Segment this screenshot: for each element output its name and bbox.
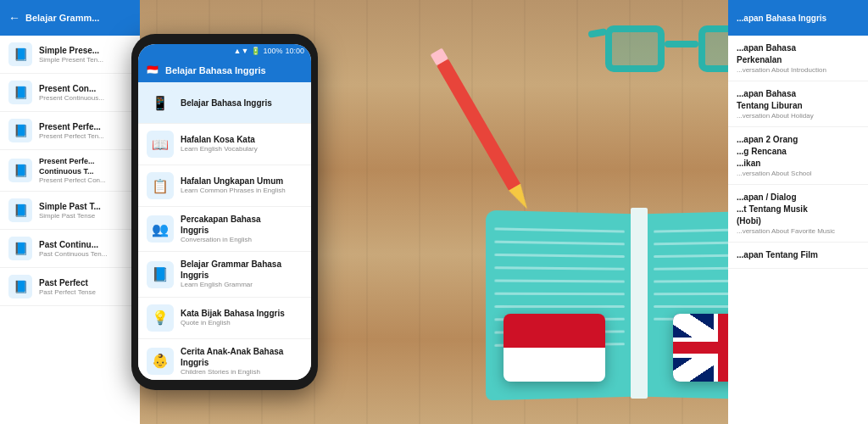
right-panel-header: ...apan Bahasa Inggris	[728, 0, 868, 36]
flag-id-red	[504, 314, 605, 348]
item-sub-5: Simple Past Tense	[39, 212, 101, 220]
right-panel: ...apan Bahasa Inggris ...apan BahasaPer…	[728, 0, 868, 424]
menu-title-5: Belajar Grammar BahasaInggris	[181, 259, 303, 281]
right-item-1[interactable]: ...apan BahasaPerkenalan ...versation Ab…	[728, 36, 868, 81]
item-title-3: Present Perfe...	[39, 121, 104, 132]
item-icon-1: 📘	[8, 42, 32, 66]
menu-sub-2: Learn English Vocabulary	[181, 145, 303, 153]
item-icon-5: 📘	[8, 198, 32, 222]
left-panel-title: Belajar Gramm...	[25, 13, 99, 23]
right-item-sub-2: ...versation About Holiday	[737, 112, 814, 120]
item-sub-7: Past Perfect Tense	[39, 288, 96, 296]
right-item-sub-4: ...versation About Favorite Music	[737, 227, 835, 235]
item-icon-7: 📘	[8, 275, 32, 298]
left-item-6[interactable]: 📘 Past Continu... Past Continuous Ten...	[0, 230, 140, 268]
time-display: 10:00	[285, 47, 304, 55]
item-title-2: Present Con...	[39, 83, 104, 94]
back-arrow-icon[interactable]: ←	[8, 11, 20, 25]
menu-title-6: Kata Bijak Bahasa Inggris	[181, 308, 303, 319]
pencil-body	[437, 59, 520, 190]
item-title-4: Present Perfe...Continuous T...	[39, 157, 106, 176]
left-panel: ← Belajar Gramm... 📘 Simple Prese... Sim…	[0, 0, 140, 424]
item-title-7: Past Perfect	[39, 277, 96, 288]
menu-icon-3: 📋	[147, 172, 174, 199]
battery-level: 100%	[263, 47, 282, 55]
phone-menu-list: 📱 Belajar Bahasa Inggris 📖 Hafalan Kosa …	[138, 82, 311, 380]
menu-title-4: Percakapan BahasaInggris	[181, 214, 303, 236]
menu-icon-2: 📖	[147, 131, 174, 158]
menu-icon-5: 📘	[147, 261, 174, 288]
right-item-title-4: ...apan / Dialog...t Tentang Musik(Hobi)	[737, 192, 835, 227]
phone-body: ▲▼ 🔋 100% 10:00 🇮🇩 Belajar Bahasa Inggri…	[131, 34, 318, 390]
pencil-decoration	[437, 59, 533, 212]
battery-icon: 🔋	[251, 47, 260, 55]
menu-sub-3: Learn Common Phrases in English	[181, 187, 303, 195]
phone-mockup: ▲▼ 🔋 100% 10:00 🇮🇩 Belajar Bahasa Inggri…	[131, 0, 318, 424]
item-sub-2: Present Continuous...	[39, 94, 104, 102]
item-icon-2: 📘	[8, 81, 32, 104]
phone-menu-item-7[interactable]: 👶 Cerita Anak-Anak BahasaInggris Childre…	[138, 339, 311, 380]
right-item-title-3: ...apan 2 Orang...g Rencana...ikan	[737, 134, 812, 170]
glasses-bridge	[665, 41, 698, 47]
right-item-3[interactable]: ...apan 2 Orang...g Rencana...ikan ...ve…	[728, 127, 868, 185]
right-item-2[interactable]: ...apan BahasaTentang Liburan ...versati…	[728, 81, 868, 127]
left-item-2[interactable]: 📘 Present Con... Present Continuous...	[0, 74, 140, 112]
item-title-5: Simple Past T...	[39, 201, 101, 212]
flag-indonesia	[504, 314, 605, 382]
right-item-sub-1: ...versation About Introduction	[737, 66, 826, 74]
menu-title-7: Cerita Anak-Anak BahasaInggris	[181, 346, 303, 368]
menu-title-3: Hafalan Ungkapan Umum	[181, 176, 303, 187]
glasses-lens-left	[605, 25, 665, 72]
flag-id-white	[504, 348, 605, 382]
item-sub-6: Past Continuous Ten...	[39, 250, 107, 258]
left-item-3[interactable]: 📘 Present Perfe... Present Perfect Ten..…	[0, 112, 140, 150]
menu-icon-4: 👥	[147, 215, 174, 243]
menu-sub-5: Learn English Grammar	[181, 281, 303, 289]
item-icon-6: 📘	[8, 237, 32, 260]
menu-title-2: Hafalan Kosa Kata	[181, 134, 303, 145]
phone-menu-item-2[interactable]: 📖 Hafalan Kosa Kata Learn English Vocabu…	[138, 124, 311, 165]
right-item-title-2: ...apan BahasaTentang Liburan	[737, 88, 814, 112]
right-item-5[interactable]: ...apan Tentang Film	[728, 243, 868, 269]
left-panel-header: ← Belajar Gramm...	[0, 0, 140, 36]
phone-menu-item-6[interactable]: 💡 Kata Bijak Bahasa Inggris Quote in Eng…	[138, 298, 311, 339]
phone-menu-item-1[interactable]: 📱 Belajar Bahasa Inggris	[138, 82, 311, 124]
left-item-1[interactable]: 📘 Simple Prese... Simple Present Ten...	[0, 36, 140, 74]
right-item-title-5: ...apan Tentang Film	[737, 249, 818, 261]
item-title-1: Simple Prese...	[39, 45, 103, 56]
item-sub-3: Present Perfect Ten...	[39, 132, 104, 140]
item-icon-3: 📘	[8, 119, 32, 142]
right-panel-title: ...apan Bahasa Inggris	[737, 14, 826, 23]
phone-menu-item-5[interactable]: 📘 Belajar Grammar BahasaInggris Learn En…	[138, 252, 311, 297]
app-bar-flag: 🇮🇩	[147, 64, 159, 75]
right-item-title-1: ...apan BahasaPerkenalan	[737, 42, 826, 66]
menu-icon-1: 📱	[147, 89, 174, 116]
menu-sub-4: Conversation in English	[181, 236, 303, 244]
menu-title-1: Belajar Bahasa Inggris	[181, 98, 303, 109]
status-bar: ▲▼ 🔋 100% 10:00	[138, 44, 311, 58]
book-spine	[631, 208, 648, 399]
menu-icon-7: 👶	[147, 348, 174, 375]
phone-app-bar: 🇮🇩 Belajar Bahasa Inggris	[138, 58, 311, 82]
app-bar-title: Belajar Bahasa Inggris	[165, 65, 266, 75]
menu-sub-6: Quote in English	[181, 319, 303, 327]
phone-screen: ▲▼ 🔋 100% 10:00 🇮🇩 Belajar Bahasa Inggri…	[138, 44, 311, 380]
menu-sub-7: Children Stories in English	[181, 368, 303, 377]
left-item-5[interactable]: 📘 Simple Past T... Simple Past Tense	[0, 192, 140, 230]
menu-icon-6: 💡	[147, 304, 174, 332]
item-sub-1: Simple Present Ten...	[39, 56, 103, 64]
right-item-sub-3: ...versation About School	[737, 170, 812, 177]
left-item-7[interactable]: 📘 Past Perfect Past Perfect Tense	[0, 268, 140, 306]
signal-icon: ▲▼	[234, 47, 249, 55]
phone-menu-item-3[interactable]: 📋 Hafalan Ungkapan Umum Learn Common Phr…	[138, 165, 311, 207]
phone-menu-item-4[interactable]: 👥 Percakapan BahasaInggris Conversation …	[138, 207, 311, 252]
item-title-6: Past Continu...	[39, 239, 107, 250]
left-item-4[interactable]: 📘 Present Perfe...Continuous T... Presen…	[0, 150, 140, 192]
item-icon-4: 📘	[8, 159, 32, 182]
item-sub-4: Present Perfect Con...	[39, 176, 106, 184]
right-item-4[interactable]: ...apan / Dialog...t Tentang Musik(Hobi)…	[728, 185, 868, 243]
